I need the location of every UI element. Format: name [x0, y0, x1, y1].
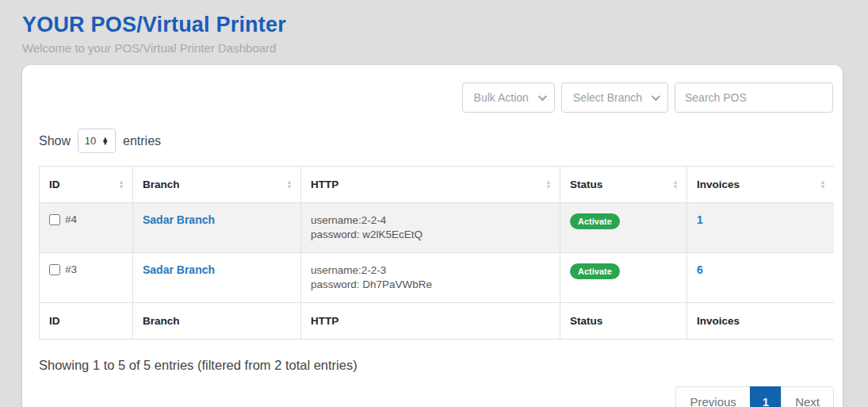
column-header-label: HTTP: [311, 179, 338, 190]
sort-arrows-icon: ▲▼: [820, 180, 826, 190]
page-subtitle: Welcome to your POS/Virtual Printer Dash…: [22, 41, 868, 55]
column-header-branch[interactable]: Branch ▲▼: [133, 167, 301, 203]
entries-summary: Showing 1 to 5 of 5 entries (filtered fr…: [39, 358, 833, 373]
chevron-down-icon: [652, 92, 660, 101]
invoices-cell: 1: [687, 203, 835, 253]
page-header: YOUR POS/Virtual Printer Welcome to your…: [0, 0, 868, 55]
pos-card: Bulk Action Select Branch Show 10 ▲▼ ent…: [22, 65, 843, 407]
branch-link[interactable]: Sadar Branch: [143, 263, 215, 276]
sort-arrows-icon: ▲▼: [286, 180, 293, 190]
row-checkbox[interactable]: [49, 264, 60, 275]
footer-header-invoices: Invoices: [687, 303, 835, 340]
select-branch-selected-label: Select Branch: [573, 91, 642, 104]
pagination: Previous 1 Next: [675, 386, 834, 407]
http-username: username:2-2-4: [311, 213, 550, 228]
length-menu-prefix-label: Show: [39, 134, 71, 148]
pagination-row: Previous 1 Next: [39, 386, 834, 407]
table-header-row: ID ▲▼ Branch ▲▼ HTTP ▲▼ Status ▲▼: [40, 167, 835, 203]
length-menu: Show 10 ▲▼ entries: [39, 129, 833, 153]
row-id: #4: [65, 213, 77, 225]
column-header-label: Branch: [143, 179, 180, 190]
footer-header-id: ID: [40, 303, 133, 340]
up-down-arrows-icon: ▲▼: [101, 137, 109, 145]
invoices-cell: 6: [687, 253, 835, 303]
pos-table: ID ▲▼ Branch ▲▼ HTTP ▲▼ Status ▲▼: [39, 166, 834, 340]
table-footer-row: ID Branch HTTP Status Invoices: [40, 303, 835, 340]
table-row: #4 Sadar Branch username:2-2-4 password:…: [40, 203, 835, 253]
sort-arrows-icon: ▲▼: [118, 180, 124, 190]
column-header-http[interactable]: HTTP ▲▼: [301, 167, 560, 203]
row-checkbox[interactable]: [49, 214, 60, 225]
entries-per-page-select[interactable]: 10 ▲▼: [78, 129, 116, 153]
column-header-invoices[interactable]: Invoices ▲▼: [687, 167, 835, 203]
chevron-down-icon: [538, 92, 547, 101]
http-cell: username:2-2-3 password: Dh7PaVWbRe: [301, 253, 560, 303]
toolbar: Bulk Action Select Branch: [39, 83, 833, 113]
pos-table-wrap: ID ▲▼ Branch ▲▼ HTTP ▲▼ Status ▲▼: [39, 166, 834, 340]
invoices-link[interactable]: 6: [697, 263, 703, 276]
branch-link[interactable]: Sadar Branch: [143, 213, 215, 226]
branch-cell: Sadar Branch: [133, 253, 301, 303]
select-branch-select[interactable]: Select Branch: [561, 83, 668, 113]
status-badge[interactable]: Activate: [570, 213, 620, 229]
branch-cell: Sadar Branch: [133, 203, 301, 253]
column-header-id[interactable]: ID ▲▼: [40, 167, 133, 203]
search-input[interactable]: [675, 83, 833, 113]
next-page-button[interactable]: Next: [781, 386, 834, 407]
footer-header-status: Status: [560, 303, 687, 340]
bulk-action-select[interactable]: Bulk Action: [462, 83, 555, 113]
id-cell: #3: [40, 253, 133, 303]
http-password: password: Dh7PaVWbRe: [311, 278, 550, 292]
id-cell: #4: [40, 203, 133, 253]
column-header-label: Status: [570, 179, 602, 190]
column-header-status[interactable]: Status ▲▼: [560, 167, 687, 203]
bulk-action-selected-label: Bulk Action: [474, 91, 529, 104]
status-cell: Activate: [560, 253, 687, 303]
sort-arrows-icon: ▲▼: [545, 180, 552, 190]
current-page-button[interactable]: 1: [750, 386, 782, 407]
length-menu-suffix-label: entries: [123, 134, 161, 148]
page-title: YOUR POS/Virtual Printer: [22, 13, 868, 37]
row-id: #3: [65, 263, 77, 275]
table-row: #3 Sadar Branch username:2-2-3 password:…: [40, 253, 835, 303]
http-username: username:2-2-3: [311, 263, 550, 278]
previous-page-button[interactable]: Previous: [675, 386, 750, 407]
entries-per-page-value: 10: [85, 135, 96, 147]
column-header-label: Invoices: [697, 179, 740, 190]
status-badge[interactable]: Activate: [570, 263, 620, 279]
invoices-link[interactable]: 1: [697, 213, 703, 226]
http-password: password: w2lK5EcEtQ: [311, 228, 550, 242]
status-cell: Activate: [560, 203, 687, 253]
column-header-label: ID: [49, 179, 60, 190]
footer-header-http: HTTP: [301, 303, 560, 340]
footer-header-branch: Branch: [133, 303, 301, 340]
sort-arrows-icon: ▲▼: [672, 180, 679, 190]
http-cell: username:2-2-4 password: w2lK5EcEtQ: [301, 203, 560, 253]
